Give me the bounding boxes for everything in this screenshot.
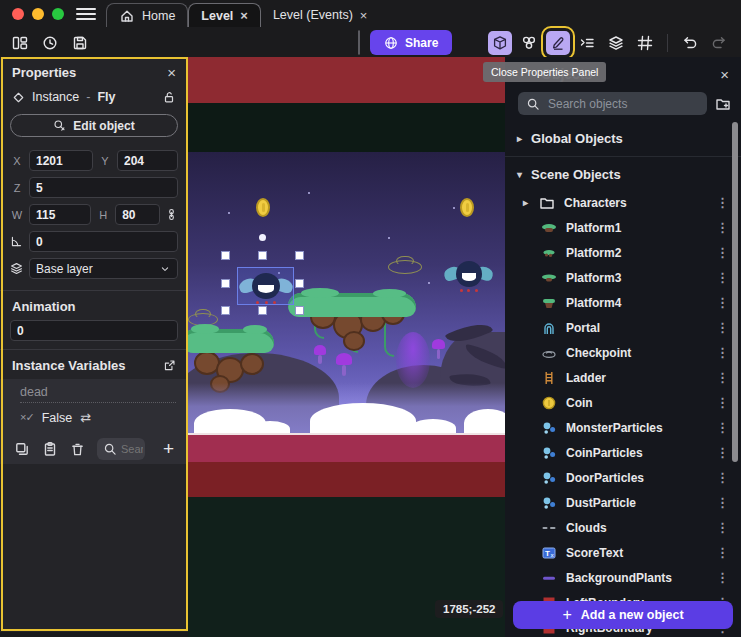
paste-icon[interactable] <box>42 441 58 457</box>
object-row[interactable]: Coin⋮ <box>505 390 741 415</box>
height-input[interactable] <box>115 204 160 225</box>
lock-ratio-icon[interactable] <box>165 208 178 221</box>
close-tab-icon[interactable]: × <box>360 8 368 23</box>
instances-list-icon[interactable] <box>575 31 599 55</box>
object-menu-button[interactable]: ⋮ <box>712 220 733 235</box>
search-icon <box>526 97 540 111</box>
objects-search[interactable] <box>518 92 707 115</box>
object-menu-button[interactable]: ⋮ <box>712 545 733 560</box>
global-objects-section[interactable]: ▸ Global Objects <box>505 123 741 154</box>
scene-objects-section[interactable]: ▾ Scene Objects <box>505 159 741 190</box>
object-row[interactable]: Platform1⋮ <box>505 215 741 240</box>
tab-level-events[interactable]: Level (Events) × <box>261 3 380 27</box>
toggle-value-icon[interactable]: ⇄ <box>80 410 91 425</box>
scene-canvas[interactable]: 1785;-252 <box>188 57 505 637</box>
object-row[interactable]: DustParticle⋮ <box>505 490 741 515</box>
object-menu-button[interactable]: ⋮ <box>712 270 733 285</box>
close-window-button[interactable] <box>12 8 24 20</box>
redo-icon[interactable] <box>707 31 731 55</box>
variable-search-input[interactable] <box>121 443 143 455</box>
resize-handle[interactable] <box>258 306 267 315</box>
object-menu-button[interactable]: ⋮ <box>712 420 733 435</box>
object-menu-button[interactable]: ⋮ <box>712 320 733 335</box>
layers-icon[interactable] <box>604 31 628 55</box>
object-row[interactable]: ▸Characters⋮ <box>505 190 741 215</box>
object-menu-button[interactable]: ⋮ <box>712 245 733 260</box>
width-input[interactable] <box>29 204 91 225</box>
object-row[interactable]: Platform2⋮ <box>505 240 741 265</box>
object-row[interactable]: Platform4⋮ <box>505 290 741 315</box>
object-menu-button[interactable]: ⋮ <box>712 470 733 485</box>
x-input[interactable] <box>29 150 93 171</box>
scene-dark-band <box>188 103 505 152</box>
object-row[interactable]: TxScoreText⋮ <box>505 540 741 565</box>
y-input[interactable] <box>117 150 178 171</box>
object-row[interactable]: Platform3⋮ <box>505 265 741 290</box>
history-icon[interactable] <box>38 31 62 55</box>
close-properties-icon[interactable]: × <box>167 65 176 80</box>
variable-search[interactable] <box>97 438 145 460</box>
add-object-button[interactable]: + Add a new object <box>513 601 733 629</box>
menu-icon[interactable] <box>76 6 96 22</box>
properties-panel-icon[interactable] <box>546 31 570 55</box>
object-menu-button[interactable]: ⋮ <box>712 345 733 360</box>
object-row[interactable]: Clouds⋮ <box>505 515 741 540</box>
object-row[interactable]: Portal⋮ <box>505 315 741 340</box>
object-row[interactable]: Ladder⋮ <box>505 365 741 390</box>
unlock-icon[interactable] <box>162 90 176 104</box>
close-tab-icon[interactable]: × <box>240 8 248 23</box>
object-row[interactable]: Checkpoint⋮ <box>505 340 741 365</box>
coin-sprite <box>256 198 270 217</box>
objects-scrollbar[interactable] <box>732 122 738 462</box>
resize-handle[interactable] <box>258 251 267 260</box>
object-menu-button[interactable]: ⋮ <box>712 520 733 535</box>
animation-input[interactable] <box>10 320 178 341</box>
open-panels-icon[interactable] <box>8 31 32 55</box>
add-variable-button[interactable]: + <box>163 438 176 460</box>
object-menu-button[interactable]: ⋮ <box>712 195 733 210</box>
resize-handle[interactable] <box>221 306 230 315</box>
object-menu-button[interactable]: ⋮ <box>712 570 733 585</box>
object-menu-button[interactable]: ⋮ <box>712 495 733 510</box>
object-row[interactable]: DoorParticles⋮ <box>505 465 741 490</box>
object-menu-button[interactable]: ⋮ <box>712 295 733 310</box>
open-variables-icon[interactable] <box>163 359 176 372</box>
zoom-window-button[interactable] <box>52 8 64 20</box>
object-menu-button[interactable]: ⋮ <box>712 445 733 460</box>
tab-home[interactable]: Home <box>106 3 188 27</box>
variable-value-row[interactable]: ×✓ False ⇄ <box>20 410 176 425</box>
resize-handle[interactable] <box>221 279 230 288</box>
object-row[interactable]: MonsterParticles⋮ <box>505 415 741 440</box>
tab-level[interactable]: Level × <box>188 3 261 27</box>
object-row[interactable]: CoinParticles⋮ <box>505 440 741 465</box>
variable-value: False <box>42 411 73 425</box>
edit-object-button[interactable]: Edit object <box>10 114 178 137</box>
resize-handle[interactable] <box>295 306 304 315</box>
zoom-in-icon[interactable] <box>736 31 741 55</box>
layer-select[interactable]: Base layer <box>29 258 178 279</box>
undo-icon[interactable] <box>678 31 702 55</box>
minimize-window-button[interactable] <box>32 8 44 20</box>
resize-handle[interactable] <box>221 251 230 260</box>
resize-handle[interactable] <box>295 279 304 288</box>
object-menu-button[interactable]: ⋮ <box>712 370 733 385</box>
resize-handle[interactable] <box>295 251 304 260</box>
add-folder-icon[interactable] <box>715 96 731 112</box>
chevron-right-icon[interactable]: ▸ <box>523 197 539 208</box>
angle-input[interactable] <box>29 231 178 252</box>
close-objects-icon[interactable]: × <box>720 67 729 82</box>
copy-icon[interactable] <box>14 441 30 457</box>
objects-panel-icon[interactable] <box>517 31 541 55</box>
variable-name[interactable]: dead <box>20 385 176 403</box>
preview-button[interactable]: Preview <box>358 30 360 55</box>
object-row[interactable]: BackgroundPlants⋮ <box>505 565 741 590</box>
objects-search-input[interactable] <box>548 97 699 111</box>
save-icon[interactable] <box>68 31 92 55</box>
share-button[interactable]: Share <box>370 30 452 55</box>
grid-icon[interactable] <box>633 31 657 55</box>
trash-icon[interactable] <box>70 442 85 457</box>
object-menu-button[interactable]: ⋮ <box>712 395 733 410</box>
toggle-3d-view-icon[interactable] <box>488 31 512 55</box>
selection-box[interactable] <box>237 267 294 305</box>
z-input[interactable] <box>29 177 178 198</box>
